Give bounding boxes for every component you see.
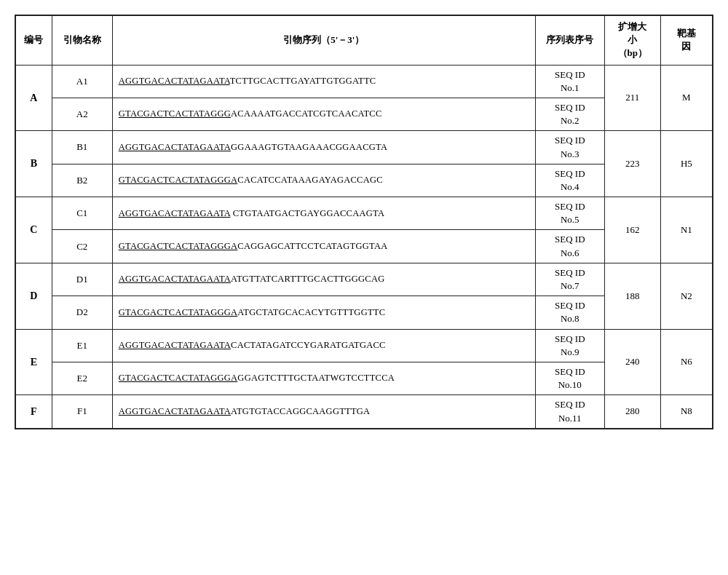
- seq-normal-part: GGAGTCTTTGCTAATWGTCCTTCCA: [237, 373, 395, 383]
- primer-name: C2: [52, 230, 112, 263]
- header-row: 编号 引物名称 引物序列（5'－3'） 序列表序号 扩增大小（bp） 靶基因: [16, 16, 713, 66]
- amp-size: 162: [604, 197, 660, 263]
- amp-size: 280: [604, 395, 660, 428]
- seq-normal-part: CACATCCATAAAGAYAGACCAGC: [237, 175, 382, 185]
- seq-normal-part: TCTTGCACTTGAYATTGTGGATTC: [230, 76, 376, 86]
- seq-underline-part: AGGTGACACTATAGAATA: [119, 208, 231, 218]
- target-gene: N8: [660, 395, 712, 428]
- table-row: BB1AGGTGACACTATAGAATAGGAAAGTGTAAGAAACGGA…: [16, 131, 713, 164]
- seq-id: SEQ ID No.5: [535, 197, 604, 230]
- seq-id: SEQ ID No.4: [535, 164, 604, 197]
- seq-underline-part: AGGTGACACTATAGAATA: [119, 406, 231, 416]
- primer-name: F1: [52, 395, 112, 428]
- group-label: C: [16, 197, 52, 263]
- seq-normal-part: CTGTAATGACTGAYGGACCAAGTA: [230, 208, 384, 218]
- group-label: D: [16, 263, 52, 329]
- target-gene: M: [660, 65, 712, 131]
- seq-underline-part: AGGTGACACTATAGAATA: [119, 274, 231, 284]
- header-amp: 扩增大小（bp）: [604, 16, 660, 66]
- seq-normal-part: ACAAAATGACCATCGTCAACATCC: [231, 108, 381, 119]
- primer-name: D1: [52, 263, 112, 296]
- primer-sequence: AGGTGACACTATAGAATAGGAAAGTGTAAGAAACGGAACG…: [112, 131, 535, 164]
- primer-sequence: AGGTGACACTATAGAATACACTATAGATCCYGARATGATG…: [112, 329, 535, 362]
- seq-normal-part: CACTATAGATCCYGARATGATGACC: [231, 340, 386, 350]
- table-row: CC1AGGTGACACTATAGAATA CTGTAATGACTGAYGGAC…: [16, 197, 713, 230]
- primer-name: D2: [52, 296, 112, 329]
- header-bh: 编号: [16, 16, 52, 66]
- target-gene: N2: [660, 263, 712, 329]
- primer-name: B2: [52, 164, 112, 197]
- seq-underline-part: AGGTGACACTATAGAATA: [119, 142, 231, 152]
- primer-name: A1: [52, 65, 112, 98]
- table-row: AA1AGGTGACACTATAGAATATCTTGCACTTGAYATTGTG…: [16, 65, 713, 98]
- seq-underline-part: GTACGACTCACTATAGGGA: [119, 241, 238, 251]
- header-name: 引物名称: [52, 16, 112, 66]
- seq-underline-part: GTACGACTCACTATAGGGA: [119, 373, 238, 383]
- target-gene: N1: [660, 197, 712, 263]
- primer-name: A2: [52, 98, 112, 130]
- header-seqid: 序列表序号: [535, 16, 604, 66]
- header-target: 靶基因: [660, 16, 712, 66]
- primer-sequence: GTACGACTCACTATAGGGACACATCCATAAAGAYAGACCA…: [112, 164, 535, 197]
- target-gene: H5: [660, 131, 712, 197]
- primer-table: 编号 引物名称 引物序列（5'－3'） 序列表序号 扩增大小（bp） 靶基因 A…: [15, 15, 713, 429]
- primer-sequence: AGGTGACACTATAGAATAATGTGTACCAGGCAAGGTTTGA: [112, 395, 535, 428]
- amp-size: 211: [604, 65, 660, 131]
- seq-underline-part: GTACGACTCACTATAGGGA: [119, 175, 238, 185]
- primer-sequence: GTACGACTCACTATAGGGAGGAGTCTTTGCTAATWGTCCT…: [112, 362, 535, 394]
- seq-id: SEQ ID No.10: [535, 362, 604, 394]
- seq-id: SEQ ID No.1: [535, 65, 604, 98]
- seq-id: SEQ ID No.11: [535, 395, 604, 428]
- target-gene: N6: [660, 329, 712, 395]
- amp-size: 223: [604, 131, 660, 197]
- amp-size: 240: [604, 329, 660, 395]
- primer-name: E2: [52, 362, 112, 394]
- seq-id: SEQ ID No.7: [535, 263, 604, 296]
- seq-normal-part: CAGGAGCATTCCTCATAGTGGTAA: [237, 241, 387, 251]
- seq-normal-part: ATGCTATGCACACYTGTTTGGTTC: [237, 307, 385, 317]
- group-label: F: [16, 395, 52, 428]
- seq-underline-part: GTACGACTCACTATAGGG: [119, 108, 231, 119]
- seq-id: SEQ ID No.3: [535, 131, 604, 164]
- primer-name: B1: [52, 131, 112, 164]
- amp-size: 188: [604, 263, 660, 329]
- seq-normal-part: ATGTGTACCAGGCAAGGTTTGA: [231, 406, 370, 416]
- primer-name: C1: [52, 197, 112, 230]
- seq-id: SEQ ID No.6: [535, 230, 604, 263]
- primer-sequence: GTACGACTCACTATAGGGACAAAATGACCATCGTCAACAT…: [112, 98, 535, 130]
- table-row: FF1AGGTGACACTATAGAATAATGTGTACCAGGCAAGGTT…: [16, 395, 713, 428]
- seq-normal-part: ATGTTATCARTTTGCACTTGGGCAG: [231, 274, 384, 284]
- table-row: EE1AGGTGACACTATAGAATACACTATAGATCCYGARATG…: [16, 329, 713, 362]
- seq-normal-part: GGAAAGTGTAAGAAACGGAACGTA: [231, 142, 387, 152]
- primer-sequence: AGGTGACACTATAGAATA CTGTAATGACTGAYGGACCAA…: [112, 197, 535, 230]
- primer-sequence: GTACGACTCACTATAGGGACAGGAGCATTCCTCATAGTGG…: [112, 230, 535, 263]
- primer-sequence: AGGTGACACTATAGAATAATGTTATCARTTTGCACTTGGG…: [112, 263, 535, 296]
- seq-id: SEQ ID No.2: [535, 98, 604, 130]
- seq-underline-part: AGGTGACACTATAGAATA: [119, 340, 231, 350]
- header-seq: 引物序列（5'－3'）: [112, 16, 535, 66]
- table-row: DD1AGGTGACACTATAGAATAATGTTATCARTTTGCACTT…: [16, 263, 713, 296]
- seq-id: SEQ ID No.9: [535, 329, 604, 362]
- group-label: B: [16, 131, 52, 197]
- seq-id: SEQ ID No.8: [535, 296, 604, 329]
- group-label: E: [16, 329, 52, 395]
- seq-underline-part: GTACGACTCACTATAGGGA: [119, 307, 238, 317]
- seq-underline-part: AGGTGACACTATAGAATA: [119, 76, 230, 86]
- group-label: A: [16, 65, 52, 131]
- primer-sequence: GTACGACTCACTATAGGGAATGCTATGCACACYTGTTTGG…: [112, 296, 535, 329]
- primer-name: E1: [52, 329, 112, 362]
- primer-sequence: AGGTGACACTATAGAATATCTTGCACTTGAYATTGTGGAT…: [112, 65, 535, 98]
- main-table-container: 编号 引物名称 引物序列（5'－3'） 序列表序号 扩增大小（bp） 靶基因 A…: [15, 15, 713, 429]
